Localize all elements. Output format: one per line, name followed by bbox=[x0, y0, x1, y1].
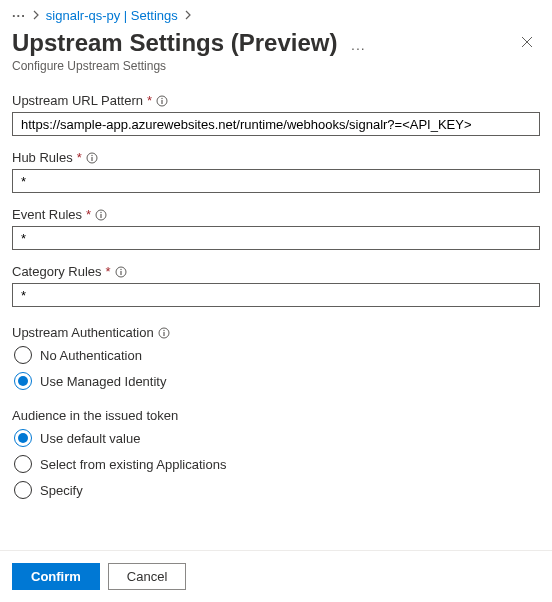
chevron-right-icon bbox=[184, 8, 192, 23]
radio-icon bbox=[14, 481, 32, 499]
more-actions-button[interactable]: ··· bbox=[351, 40, 366, 56]
page-subtitle: Configure Upstream Settings bbox=[12, 59, 366, 73]
hub-rules-input[interactable] bbox=[12, 169, 540, 193]
info-icon[interactable] bbox=[95, 209, 107, 221]
radio-icon bbox=[14, 372, 32, 390]
radio-icon bbox=[14, 429, 32, 447]
audience-label-text: Audience in the issued token bbox=[12, 408, 178, 423]
required-indicator: * bbox=[77, 150, 82, 165]
breadcrumb-overflow-button[interactable]: ··· bbox=[12, 8, 26, 23]
upstream-url-input[interactable] bbox=[12, 112, 540, 136]
category-rules-input[interactable] bbox=[12, 283, 540, 307]
field-upstream-url: Upstream URL Pattern * bbox=[12, 93, 540, 136]
field-hub-rules: Hub Rules * bbox=[12, 150, 540, 193]
page-title: Upstream Settings (Preview) bbox=[12, 29, 337, 57]
auth-radio-group: No Authentication Use Managed Identity bbox=[12, 346, 540, 390]
radio-existing-applications[interactable]: Select from existing Applications bbox=[14, 455, 540, 473]
info-icon[interactable] bbox=[158, 327, 170, 339]
svg-point-1 bbox=[161, 97, 162, 98]
radio-specify[interactable]: Specify bbox=[14, 481, 540, 499]
field-label: Event Rules bbox=[12, 207, 82, 222]
cancel-button[interactable]: Cancel bbox=[108, 563, 186, 590]
radio-label: No Authentication bbox=[40, 348, 142, 363]
svg-rect-14 bbox=[163, 332, 164, 336]
required-indicator: * bbox=[86, 207, 91, 222]
field-category-rules: Category Rules * bbox=[12, 264, 540, 307]
radio-default-value[interactable]: Use default value bbox=[14, 429, 540, 447]
breadcrumb: ··· signalr-qs-py | Settings bbox=[0, 0, 552, 27]
required-indicator: * bbox=[106, 264, 111, 279]
svg-rect-5 bbox=[91, 157, 92, 161]
info-icon[interactable] bbox=[115, 266, 127, 278]
footer: Confirm Cancel bbox=[0, 550, 552, 602]
info-icon[interactable] bbox=[156, 95, 168, 107]
audience-radio-group: Use default value Select from existing A… bbox=[12, 429, 540, 499]
svg-point-7 bbox=[100, 211, 101, 212]
auth-label-text: Upstream Authentication bbox=[12, 325, 154, 340]
radio-icon bbox=[14, 455, 32, 473]
svg-rect-2 bbox=[161, 100, 162, 104]
svg-rect-11 bbox=[120, 271, 121, 275]
close-icon bbox=[520, 35, 534, 52]
breadcrumb-link[interactable]: signalr-qs-py | Settings bbox=[46, 8, 178, 23]
header: Upstream Settings (Preview) ··· Configur… bbox=[0, 27, 552, 73]
auth-section-label: Upstream Authentication bbox=[12, 325, 540, 340]
field-label: Hub Rules bbox=[12, 150, 73, 165]
svg-point-10 bbox=[120, 268, 121, 269]
required-indicator: * bbox=[147, 93, 152, 108]
chevron-right-icon bbox=[32, 8, 40, 23]
radio-no-authentication[interactable]: No Authentication bbox=[14, 346, 540, 364]
radio-label: Use Managed Identity bbox=[40, 374, 166, 389]
radio-managed-identity[interactable]: Use Managed Identity bbox=[14, 372, 540, 390]
close-button[interactable] bbox=[514, 29, 540, 57]
svg-point-13 bbox=[163, 329, 164, 330]
info-icon[interactable] bbox=[86, 152, 98, 164]
radio-label: Use default value bbox=[40, 431, 140, 446]
radio-label: Select from existing Applications bbox=[40, 457, 226, 472]
radio-label: Specify bbox=[40, 483, 83, 498]
svg-point-4 bbox=[91, 154, 92, 155]
svg-rect-8 bbox=[101, 214, 102, 218]
radio-icon bbox=[14, 346, 32, 364]
field-label: Category Rules bbox=[12, 264, 102, 279]
confirm-button[interactable]: Confirm bbox=[12, 563, 100, 590]
form-content: Upstream URL Pattern * Hub Rules * Event… bbox=[0, 73, 552, 499]
event-rules-input[interactable] bbox=[12, 226, 540, 250]
field-event-rules: Event Rules * bbox=[12, 207, 540, 250]
audience-section-label: Audience in the issued token bbox=[12, 408, 540, 423]
field-label: Upstream URL Pattern bbox=[12, 93, 143, 108]
